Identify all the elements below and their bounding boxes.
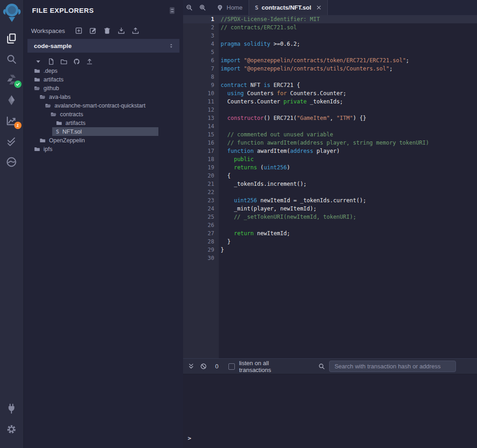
tree-item-label: NFT.sol — [62, 129, 81, 135]
tree-item-artifacts[interactable]: artifacts — [24, 75, 183, 84]
line-content: { — [219, 172, 231, 180]
rail-item-plugin-manager[interactable] — [6, 403, 18, 415]
code-line-28[interactable]: 28 } — [183, 237, 477, 246]
code-line-24[interactable]: 24 _mint(player, newItemId); — [183, 205, 477, 213]
tree-item--deps[interactable]: .deps — [24, 66, 183, 75]
transaction-search-input[interactable] — [329, 361, 456, 372]
line-number: 2 — [183, 23, 219, 32]
line-content: _mint(player, newItemId); — [219, 205, 317, 213]
rail-item-plugin-circle[interactable] — [6, 157, 18, 168]
tab-home[interactable]: Home — [211, 0, 249, 15]
remix-logo-icon[interactable] — [3, 2, 21, 22]
line-number: 5 — [183, 48, 219, 56]
code-line-2[interactable]: 2// contracts/ERC721.sol — [183, 23, 477, 32]
code-line-8[interactable]: 8 — [183, 73, 477, 81]
clone-github-icon[interactable] — [73, 58, 80, 65]
code-line-23[interactable]: 23 uint256 newItemId = _tokenIds.current… — [183, 196, 477, 205]
code-line-29[interactable]: 29} — [183, 246, 477, 254]
line-content — [219, 48, 221, 56]
rail-item-search[interactable] — [6, 54, 18, 65]
tree-item-github[interactable]: github — [24, 84, 183, 92]
delete-workspace-icon[interactable] — [103, 27, 111, 34]
create-workspace-icon[interactable] — [75, 27, 82, 34]
code-line-20[interactable]: 20 { — [183, 172, 477, 180]
code-line-12[interactable]: 12 — [183, 106, 477, 114]
line-number: 1 — [183, 15, 219, 23]
collapse-tree-icon[interactable] — [35, 58, 42, 65]
documentation-icon[interactable] — [168, 7, 176, 14]
new-folder-icon[interactable] — [60, 58, 67, 65]
code-line-13[interactable]: 13 constructor() ERC721("GameItem", "ITM… — [183, 114, 477, 122]
upload-workspace-icon[interactable] — [132, 27, 139, 34]
line-content: _tokenIds.increment(); — [219, 180, 307, 188]
line-content — [219, 188, 221, 196]
line-number: 20 — [183, 172, 219, 180]
line-content — [219, 32, 221, 40]
transaction-count: 0 — [212, 363, 221, 370]
code-line-10[interactable]: 10 using Counters for Counters.Counter; — [183, 89, 477, 97]
code-line-22[interactable]: 22 — [183, 188, 477, 196]
code-line-15[interactable]: 15 // commented out unused variable — [183, 130, 477, 139]
publish-upload-icon[interactable] — [86, 58, 93, 65]
line-number: 29 — [183, 246, 219, 254]
code-line-21[interactable]: 21 _tokenIds.increment(); — [183, 180, 477, 188]
tree-item-nft-sol[interactable]: SNFT.sol — [24, 127, 183, 136]
terminal-output[interactable]: > — [183, 374, 477, 448]
workspaces-row: Workspaces — [24, 19, 183, 34]
code-line-18[interactable]: 18 public — [183, 155, 477, 163]
code-line-7[interactable]: 7import "@openzeppelin/contracts/utils/C… — [183, 65, 477, 73]
tree-item-contracts[interactable]: contracts — [24, 110, 183, 119]
rail-item-deploy-run[interactable] — [6, 95, 18, 107]
folder-closed-icon — [39, 137, 46, 144]
code-line-19[interactable]: 19 returns (uint256) — [183, 163, 477, 172]
code-line-14[interactable]: 14 — [183, 122, 477, 130]
code-line-5[interactable]: 5 — [183, 48, 477, 56]
code-line-1[interactable]: 1//SPDX-License-Identifier: MIT — [183, 15, 477, 23]
editor-pane: HomeScontracts/NFT.sol 1//SPDX-License-I… — [183, 0, 477, 448]
tree-item-openzeppelin[interactable]: OpenZeppelin — [24, 136, 183, 145]
rail-item-settings[interactable] — [6, 424, 18, 436]
code-line-3[interactable]: 3 — [183, 32, 477, 40]
code-line-26[interactable]: 26 — [183, 221, 477, 229]
code-line-17[interactable]: 17 function awardItem(address player) — [183, 147, 477, 155]
line-content: function awardItem(address player) — [219, 147, 340, 155]
folder-open-icon — [45, 103, 51, 109]
code-line-16[interactable]: 16 // function awardItem(address player,… — [183, 139, 477, 147]
code-line-27[interactable]: 27 return newItemId; — [183, 229, 477, 237]
line-number: 14 — [183, 122, 219, 130]
tree-item-ipfs[interactable]: ipfs — [24, 145, 183, 153]
line-content: //SPDX-License-Identifier: MIT — [219, 15, 320, 23]
rail-item-file-explorer[interactable] — [6, 33, 18, 45]
rail-item-solidity-compiler[interactable] — [6, 74, 18, 86]
tree-item-ava-labs[interactable]: ava-labs — [24, 92, 183, 101]
listen-transactions-checkbox[interactable] — [228, 363, 235, 370]
tab-contracts-nft-sol[interactable]: Scontracts/NFT.sol — [249, 0, 328, 15]
new-file-icon[interactable] — [48, 58, 54, 65]
zoom-in-icon[interactable] — [199, 4, 206, 11]
line-number: 30 — [183, 254, 219, 262]
zoom-out-icon[interactable] — [186, 4, 193, 11]
download-workspace-icon[interactable] — [118, 27, 125, 34]
workspace-select[interactable]: code-sample — [27, 39, 179, 53]
code-line-4[interactable]: 4pragma solidity >=0.6.2; — [183, 40, 477, 48]
tree-item-avalanche-smart-contract-quickstart[interactable]: avalanche-smart-contract-quickstart — [24, 101, 183, 110]
terminal-clear-icon[interactable] — [200, 363, 207, 370]
rail-item-unit-testing[interactable] — [6, 136, 18, 148]
line-number: 19 — [183, 163, 219, 172]
rename-workspace-icon[interactable] — [89, 27, 97, 34]
code-line-6[interactable]: 6import "@openzeppelin/contracts/token/E… — [183, 56, 477, 65]
tree-item-label: avalanche-smart-contract-quickstart — [54, 103, 146, 109]
code-line-30[interactable]: 30 — [183, 254, 477, 262]
panel-header: FILE EXPLORERS — [24, 0, 183, 19]
code-editor[interactable]: 1//SPDX-License-Identifier: MIT2// contr… — [183, 15, 477, 358]
close-tab-icon[interactable] — [316, 5, 321, 10]
line-content: // contracts/ERC721.sol — [219, 23, 297, 32]
terminal-collapse-icon[interactable] — [188, 363, 195, 370]
code-line-9[interactable]: 9contract NFT is ERC721 { — [183, 81, 477, 89]
code-line-25[interactable]: 25 // _setTokenURI(newItemId, tokenURI); — [183, 213, 477, 221]
folder-open-icon — [50, 111, 57, 118]
code-line-11[interactable]: 11 Counters.Counter private _tokenIds; — [183, 97, 477, 106]
rail-item-analytics[interactable]: 1 — [6, 115, 18, 127]
tree-item-label: github — [43, 85, 59, 92]
tree-item-artifacts[interactable]: artifacts — [24, 119, 183, 127]
